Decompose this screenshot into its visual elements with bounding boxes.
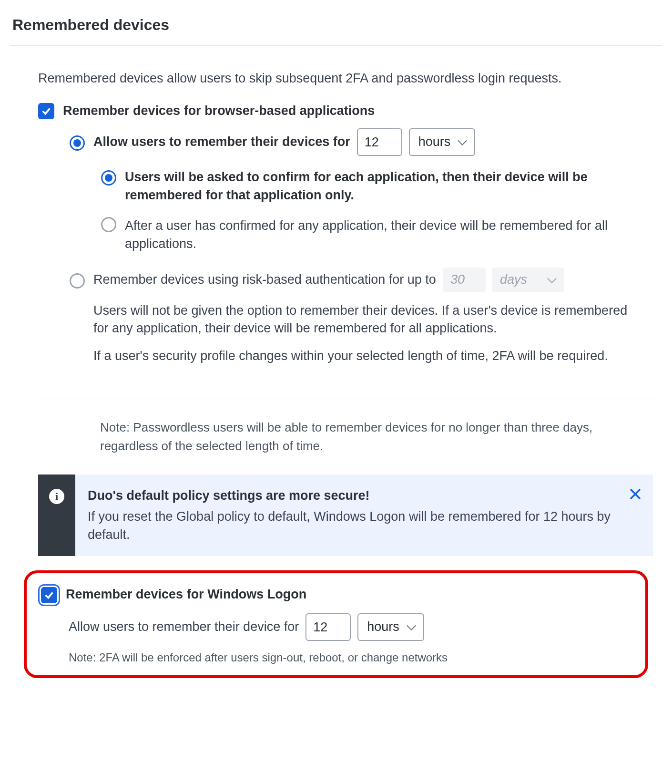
browser-checkbox-row: Remember devices for browser-based appli…: [38, 102, 634, 120]
risk-duration-unit-select: days: [492, 268, 564, 292]
default-policy-banner: i Duo's default policy settings are more…: [38, 475, 653, 556]
allow-duration-option: Allow users to remember their devices fo…: [70, 128, 634, 156]
risk-duration-value: 30: [443, 268, 486, 292]
confirm-all-apps-radio[interactable]: [101, 217, 116, 232]
divider: [38, 399, 662, 399]
browser-checkbox[interactable]: [38, 103, 54, 119]
confirm-each-app-radio[interactable]: [101, 170, 116, 186]
windows-logon-highlight: Remember devices for Windows Logon Allow…: [24, 570, 648, 678]
allow-duration-unit-select[interactable]: hours: [409, 128, 476, 156]
allow-duration-value[interactable]: [357, 128, 402, 156]
confirm-each-app-option: Users will be asked to confirm for each …: [101, 168, 634, 205]
browser-checkbox-label: Remember devices for browser-based appli…: [63, 102, 634, 120]
banner-text: If you reset the Global policy to defaul…: [88, 508, 620, 544]
confirm-all-apps-label: After a user has confirmed for any appli…: [125, 217, 634, 253]
windows-duration-unit: hours: [367, 618, 399, 636]
windows-duration-unit-select[interactable]: hours: [357, 613, 424, 641]
section-title: Remembered devices: [12, 14, 662, 36]
settings-panel: Remembered devices allow users to skip s…: [10, 45, 662, 389]
risk-based-option: Remember devices using risk-based authen…: [70, 268, 634, 292]
windows-allow-label: Allow users to remember their device for: [69, 618, 299, 636]
windows-note: Note: 2FA will be enforced after users s…: [41, 650, 631, 666]
banner-icon-column: i: [38, 475, 75, 556]
windows-checkbox[interactable]: [41, 587, 57, 603]
passwordless-note: Note: Passwordless users will be able to…: [100, 418, 634, 455]
section-description: Remembered devices allow users to skip s…: [38, 70, 634, 88]
windows-checkbox-label: Remember devices for Windows Logon: [66, 586, 306, 604]
allow-duration-radio[interactable]: [70, 135, 85, 151]
banner-close-button[interactable]: [628, 487, 642, 501]
risk-based-radio[interactable]: [70, 273, 85, 289]
banner-title: Duo's default policy settings are more s…: [88, 487, 620, 505]
risk-description-2: If a user's security profile changes wit…: [93, 347, 634, 365]
check-icon: [41, 106, 51, 116]
check-icon: [44, 590, 54, 600]
allow-duration-label: Allow users to remember their devices fo…: [93, 133, 350, 151]
confirm-each-app-label: Users will be asked to confirm for each …: [125, 168, 634, 205]
risk-description-1: Users will not be given the option to re…: [93, 302, 634, 338]
windows-duration-value[interactable]: [305, 613, 351, 641]
info-icon: i: [49, 489, 64, 504]
risk-based-label: Remember devices using risk-based authen…: [93, 271, 436, 289]
risk-duration-unit: days: [500, 271, 527, 289]
allow-duration-unit: hours: [418, 133, 451, 151]
confirm-all-apps-option: After a user has confirmed for any appli…: [101, 215, 634, 253]
close-icon: [628, 487, 642, 501]
